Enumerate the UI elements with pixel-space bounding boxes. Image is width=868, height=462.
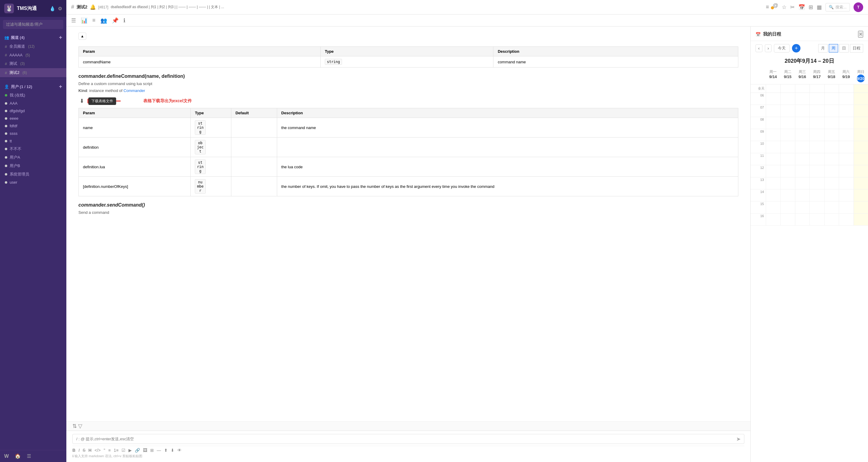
cal-cell[interactable] [824,189,839,201]
bold-button[interactable]: B [72,448,75,453]
cal-cell[interactable] [766,141,780,153]
calendar-day-view[interactable]: 日 [839,44,849,53]
user-item-bubu[interactable]: 不不不 [0,145,66,153]
cal-cell[interactable] [795,129,809,141]
user-item-aaa[interactable]: AAA [0,99,66,107]
divider-button[interactable]: — [157,448,161,453]
allday-cell-mon[interactable] [766,85,780,93]
message-input[interactable] [72,434,744,444]
cal-cell[interactable] [766,117,780,129]
calendar-close-button[interactable]: ✕ [858,31,863,38]
heading-button[interactable]: H [88,448,91,453]
calendar-week-view[interactable]: 周 [829,44,838,53]
cal-cell[interactable] [824,177,839,189]
layout-icon[interactable]: ⊞ [809,4,813,10]
cal-cell[interactable] [854,105,868,117]
cal-cell[interactable] [839,214,853,225]
cal-cell[interactable] [766,129,780,141]
sidebar-item-channel-test[interactable]: # 测试 (3) [0,59,66,68]
cal-cell[interactable] [780,153,795,165]
filter-icon[interactable]: ⇅ [72,423,77,429]
cal-cell[interactable] [809,141,824,153]
cal-cell[interactable] [839,117,853,129]
cal-cell[interactable] [795,105,809,117]
cal-cell[interactable] [824,141,839,153]
allday-cell-fri[interactable] [824,85,839,93]
pin-icon[interactable]: 📌 [112,17,119,24]
cal-cell[interactable] [795,214,809,225]
cal-cell[interactable] [780,214,795,225]
cal-cell[interactable] [854,165,868,177]
list-icon[interactable]: ≡ [766,4,769,10]
cal-cell[interactable] [854,117,868,129]
image-button[interactable]: 🖼 [143,448,147,453]
cal-cell[interactable] [854,177,868,189]
add-user-button[interactable]: + [59,84,62,90]
cal-cell[interactable] [766,93,780,105]
cal-cell[interactable] [780,202,795,213]
cal-cell[interactable] [795,177,809,189]
allday-cell-thu[interactable] [809,85,824,93]
star-icon[interactable]: ☆ [782,4,786,10]
cal-cell[interactable] [854,93,868,105]
task-button[interactable]: ☑ [122,448,125,453]
calendar-prev-button[interactable]: ‹ [755,44,763,52]
user-item-dfgdsfgd[interactable]: dfgdsfgd [0,107,66,115]
sidebar-item-channel-aaaaa[interactable]: # AAAAA (5) [0,51,66,59]
settings-icon[interactable]: ⚙ [58,6,62,11]
commander-link[interactable]: Commander [124,88,145,93]
collapse-bottom-icon[interactable]: ▽ [78,423,82,429]
chart-icon[interactable]: 📊 [81,17,88,24]
user-item-userb[interactable]: 用户B [0,162,66,170]
cal-cell[interactable] [795,153,809,165]
cal-cell[interactable] [795,141,809,153]
quote-button[interactable]: " [104,448,105,453]
cal-cell[interactable] [780,129,795,141]
team-icon[interactable]: 👥 [100,17,107,24]
italic-button[interactable]: I [79,448,80,453]
cal-cell[interactable] [780,177,795,189]
allday-cell-wed[interactable] [795,85,809,93]
download-button[interactable]: ⬇ [171,448,174,453]
user-item-ssss[interactable]: ssss [0,130,66,137]
cal-cell[interactable] [824,202,839,213]
play-button[interactable]: ▶ [128,448,132,453]
code-button[interactable]: </> [94,448,100,453]
collapse-button[interactable]: ▲ [79,33,86,40]
cal-cell[interactable] [839,129,853,141]
users-section[interactable]: 👤 用户 (1 / 12) + [0,81,66,91]
allday-cell-sat[interactable] [839,85,853,93]
cal-cell[interactable] [854,129,868,141]
cal-cell[interactable] [809,165,824,177]
cal-cell[interactable] [795,117,809,129]
cal-cell[interactable] [809,202,824,213]
wiki-button[interactable]: W [4,454,9,459]
cal-cell[interactable] [795,202,809,213]
channels-section[interactable]: 👥 频道 (4) + [0,32,66,42]
user-avatar[interactable]: T [854,2,863,12]
cal-cell[interactable] [854,202,868,213]
cal-cell[interactable] [766,189,780,201]
grid-icon[interactable]: ▦ [817,4,822,10]
allday-cell-tue[interactable] [780,85,795,93]
cal-cell[interactable] [854,214,868,225]
allday-cell-sun[interactable] [854,85,868,93]
channel-search[interactable]: 过滤与通知频道/用户 [3,20,63,29]
cal-cell[interactable] [809,105,824,117]
cal-cell[interactable] [839,153,853,165]
table-button[interactable]: ⊞ [150,448,154,453]
cal-cell[interactable] [839,177,853,189]
cal-cell[interactable] [839,165,853,177]
cal-cell[interactable] [824,153,839,165]
sidebar-item-channel-test2[interactable]: # 测试2 (6) [0,68,66,77]
cal-cell[interactable] [809,189,824,201]
download-table-button[interactable]: ⬇ [79,96,85,105]
cal-cell[interactable] [809,129,824,141]
strikethrough-button[interactable]: S [83,448,85,453]
cal-cell[interactable] [854,153,868,165]
user-item-admin[interactable]: 系统管理员 [0,170,66,179]
cal-cell[interactable] [839,141,853,153]
cal-cell[interactable] [766,153,780,165]
cal-cell[interactable] [780,141,795,153]
hamburger-icon[interactable]: ☰ [71,17,76,24]
